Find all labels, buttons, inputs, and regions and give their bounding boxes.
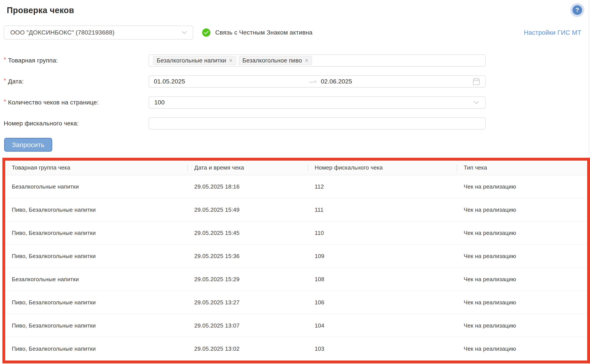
page-title: Проверка чеков: [7, 6, 74, 15]
tag-item: Безалкогольные напитки ×: [153, 56, 236, 65]
cell-group: Пиво, Безалкогольные напитки: [5, 337, 188, 360]
cell-group: Пиво, Безалкогольные напитки: [5, 314, 188, 337]
cell-datetime: 29.05.2025 13:02: [188, 337, 308, 360]
tag-label: Безалкогольное пиво: [242, 57, 302, 64]
success-check-icon: [202, 28, 210, 37]
cell-type: Чек на реализацию: [457, 268, 587, 291]
table-row: Пиво, Безалкогольные напитки 29.05.2025 …: [5, 337, 587, 360]
fiscal-number-input[interactable]: [154, 118, 480, 129]
calendar-icon[interactable]: [473, 77, 480, 86]
date-label: * Дата:: [4, 75, 24, 88]
table-row: Пиво, Безалкогольные напитки 29.05.2025 …: [5, 314, 587, 337]
cell-type: Чек на реализацию: [457, 291, 587, 314]
chevron-down-icon: [182, 31, 187, 34]
cell-type: Чек на реализацию: [457, 175, 587, 198]
cell-datetime: 29.05.2025 18:16: [188, 175, 308, 198]
cell-group: Безалкогольные напитки: [5, 268, 188, 291]
required-asterisk: *: [4, 56, 6, 63]
gis-mt-settings-link[interactable]: Настройки ГИС МТ: [524, 26, 581, 39]
column-header-type: Тип чека: [457, 161, 587, 175]
cell-type: Чек на реализацию: [457, 221, 587, 245]
table-header-row: Товарная группа чека Дата и время чека Н…: [5, 161, 587, 175]
table-row: Пиво, Безалкогольные напитки 29.05.2025 …: [5, 245, 587, 268]
tag-label: Безалкогольные напитки: [157, 57, 226, 64]
date-start-input[interactable]: 01.05.2025: [149, 78, 306, 85]
tag-close-icon[interactable]: ×: [229, 58, 233, 64]
required-asterisk: *: [4, 98, 6, 105]
column-header-datetime: Дата и время чека: [188, 161, 308, 175]
cell-type: Чек на реализацию: [457, 198, 587, 221]
tag-item: Безалкогольное пиво ×: [239, 56, 312, 65]
table-row: Пиво, Безалкогольные напитки 29.05.2025 …: [5, 221, 587, 245]
product-group-tags-input[interactable]: Безалкогольные напитки × Безалкогольное …: [149, 54, 486, 67]
company-select[interactable]: ООО "ДОКСИНБОКС" (7802193688): [4, 26, 193, 39]
status-text: Связь с Честным Знаком активна: [215, 29, 312, 36]
fiscal-number-label: Номер фискального чека:: [4, 117, 79, 130]
cell-group: Пиво, Безалкогольные напитки: [5, 221, 188, 245]
cell-group: Пиво, Безалкогольные напитки: [5, 291, 188, 314]
table-row: Пиво, Безалкогольные напитки 29.05.2025 …: [5, 198, 587, 221]
table-row: Безалкогольные напитки 29.05.2025 15:29 …: [5, 268, 587, 291]
cell-datetime: 29.05.2025 15:49: [188, 198, 308, 221]
cell-datetime: 29.05.2025 15:45: [188, 221, 308, 245]
cell-number: 111: [308, 198, 457, 221]
per-page-label: * Количество чеков на странице:: [4, 96, 99, 109]
cell-group: Пиво, Безалкогольные напитки: [5, 245, 188, 268]
cell-datetime: 29.05.2025 15:29: [188, 268, 308, 291]
cell-number: 103: [308, 337, 457, 360]
cell-type: Чек на реализацию: [457, 245, 587, 268]
honest-sign-status: Связь с Честным Знаком активна: [202, 26, 312, 39]
help-button[interactable]: ?: [570, 3, 584, 17]
tag-close-icon[interactable]: ×: [305, 58, 308, 64]
product-group-label: * Товарная группа:: [4, 54, 58, 67]
question-mark-icon: ?: [572, 5, 582, 15]
date-end-input[interactable]: 02.06.2025: [319, 78, 473, 85]
table-row: Безалкогольные напитки 29.05.2025 18:16 …: [5, 175, 587, 198]
cell-number: 108: [308, 268, 457, 291]
cell-group: Безалкогольные напитки: [5, 175, 188, 198]
table-row: Пиво, Безалкогольные напитки 29.05.2025 …: [5, 291, 587, 314]
cell-number: 106: [308, 291, 457, 314]
cell-datetime: 29.05.2025 15:36: [188, 245, 308, 268]
submit-button[interactable]: Запросить: [4, 138, 52, 152]
chevron-down-icon: [474, 101, 479, 104]
fiscal-number-field: [149, 117, 486, 130]
cell-number: 112: [308, 175, 457, 198]
cell-group: Пиво, Безалкогольные напитки: [5, 198, 188, 221]
column-header-product-group: Товарная группа чека: [5, 161, 188, 175]
receipts-table: Товарная группа чека Дата и время чека Н…: [5, 161, 587, 360]
per-page-select[interactable]: 100: [149, 96, 486, 109]
company-select-value: ООО "ДОКСИНБОКС" (7802193688): [10, 29, 115, 36]
per-page-value: 100: [154, 99, 165, 106]
cell-number: 104: [308, 314, 457, 337]
cell-number: 110: [308, 221, 457, 245]
cell-datetime: 29.05.2025 13:27: [188, 291, 308, 314]
arrow-right-icon: [306, 80, 319, 83]
cell-datetime: 29.05.2025 13:07: [188, 314, 308, 337]
cell-type: Чек на реализацию: [457, 314, 587, 337]
required-asterisk: *: [4, 77, 6, 84]
date-range-picker[interactable]: 01.05.2025 02.06.2025: [149, 75, 486, 88]
column-header-fiscal-number: Номер фискального чека: [308, 161, 457, 175]
page-right-divider: [589, 0, 589, 364]
cell-number: 109: [308, 245, 457, 268]
cell-type: Чек на реализацию: [457, 337, 587, 360]
